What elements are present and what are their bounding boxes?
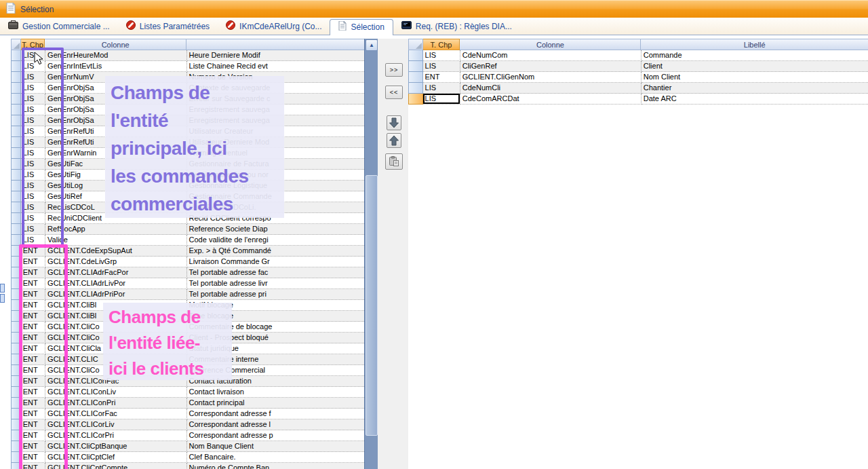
tchp-cell[interactable]: LIS bbox=[21, 115, 45, 126]
tchp-cell[interactable]: ENT bbox=[423, 72, 460, 83]
row-selector[interactable] bbox=[11, 365, 21, 376]
tchp-cell[interactable]: ENT bbox=[21, 246, 45, 257]
table-row[interactable]: ENT GCLIENT.CLIConPri Contact principal bbox=[11, 398, 364, 409]
table-row[interactable]: ENT GCLIENT.CLIAdrPriPor Tel portable ad… bbox=[11, 289, 364, 300]
libelle-cell[interactable]: Tel portable adresse livr bbox=[187, 278, 364, 289]
tchp-cell[interactable]: ENT bbox=[21, 354, 45, 365]
row-selector[interactable] bbox=[11, 213, 21, 224]
table-row[interactable]: LIS CdeNumCli Chantier bbox=[408, 83, 868, 94]
tchp-cell[interactable]: LIS bbox=[21, 148, 45, 159]
libelle-cell[interactable]: Chantier bbox=[642, 83, 868, 94]
tchp-cell[interactable]: ENT bbox=[21, 398, 45, 409]
libelle-cell[interactable]: Livraison Commande Gr bbox=[187, 257, 364, 267]
row-selector[interactable] bbox=[11, 343, 21, 354]
libelle-cell[interactable]: Type blocage bbox=[187, 311, 364, 322]
colonne-cell[interactable]: GenEnrObjSa bbox=[45, 105, 186, 115]
table-row[interactable]: LIS GesUtiFig Gestionnaire fige ou nor bbox=[11, 170, 364, 181]
add-all-button[interactable]: >> bbox=[385, 63, 403, 77]
column-header-libelle[interactable]: Libellé bbox=[641, 39, 868, 50]
table-row[interactable]: LIS GesUtiFac Gestionnaire de Factura bbox=[11, 159, 364, 170]
tchp-cell[interactable]: ENT bbox=[21, 409, 45, 419]
colonne-cell[interactable]: GCLIENT.CliCptClef bbox=[45, 452, 186, 463]
row-selector[interactable] bbox=[11, 202, 21, 213]
tchp-cell[interactable]: LIS bbox=[21, 191, 45, 202]
libelle-cell[interactable]: Utilisateur Createur bbox=[187, 126, 364, 137]
libelle-cell[interactable]: Contact principal bbox=[187, 398, 364, 409]
row-selector[interactable] bbox=[11, 463, 21, 469]
row-selector[interactable] bbox=[11, 452, 21, 463]
table-row[interactable]: LIS GenEnrObjSa Contexte de sauvegarde bbox=[11, 83, 364, 94]
tchp-cell[interactable]: ENT bbox=[21, 278, 45, 289]
table-row[interactable]: ENT GCLIENT.CLIAdrFacPor Tel portable ad… bbox=[11, 267, 364, 278]
table-row[interactable]: ENT GCLIENT.CliCptCompte Numéro de Compt… bbox=[11, 463, 364, 469]
colonne-cell[interactable]: GenEnrObjSa bbox=[45, 94, 186, 105]
libelle-cell[interactable]: Motif blocage bbox=[187, 300, 364, 311]
tchp-cell[interactable]: LIS bbox=[21, 94, 45, 105]
scrollbar-thumb[interactable] bbox=[366, 175, 378, 436]
table-row[interactable]: ENT GCLIENT.CLIConLiv Contact livraison bbox=[11, 387, 364, 398]
column-header-tchp[interactable]: T. Chp bbox=[21, 39, 45, 50]
colonne-cell[interactable]: GCLIENT.CLIC bbox=[45, 354, 186, 365]
tchp-cell[interactable]: ENT bbox=[21, 267, 45, 278]
table-row[interactable]: LIS GenEnrIntEvtLis Liste Chainee Recid … bbox=[11, 61, 364, 72]
row-selector[interactable] bbox=[11, 300, 21, 311]
remove-all-button[interactable]: << bbox=[385, 86, 403, 99]
colonne-cell[interactable]: CdeNumCom bbox=[460, 50, 642, 61]
colonne-cell[interactable]: GCLIENT.CLIConFac bbox=[45, 376, 186, 387]
tchp-cell[interactable]: LIS bbox=[21, 83, 45, 94]
table-row[interactable]: ENT GCLIENT.CdeExpSupAut Exp. > à Qté Co… bbox=[11, 246, 364, 257]
row-selector[interactable] bbox=[11, 50, 21, 61]
table-row[interactable]: ENT GCLIENT.CliCptBanque Nom Banque Clie… bbox=[11, 441, 364, 452]
select-all-corner[interactable] bbox=[11, 39, 21, 50]
column-header-libelle[interactable] bbox=[186, 39, 364, 50]
colonne-cell[interactable]: GesUtiFig bbox=[45, 170, 186, 181]
tab-selection[interactable]: Sélection bbox=[330, 19, 393, 35]
row-selector[interactable] bbox=[11, 115, 21, 126]
colonne-cell[interactable]: GesUtiFac bbox=[45, 159, 186, 170]
table-row[interactable]: LIS GenEnrRefUti Utilisateur Derniere Mo… bbox=[11, 137, 364, 148]
row-selector[interactable] bbox=[11, 441, 21, 452]
row-selector[interactable] bbox=[11, 419, 21, 430]
colonne-cell[interactable]: GenEnrRefUti bbox=[45, 126, 186, 137]
tchp-cell[interactable]: ENT bbox=[21, 311, 45, 322]
colonne-cell[interactable]: GCLIENT.CliBl bbox=[45, 300, 186, 311]
colonne-cell[interactable]: GCLIENT.CdeLivGrp bbox=[45, 257, 186, 267]
libelle-cell[interactable]: Exp. > à Qté Commandé bbox=[187, 246, 364, 257]
colonne-cell[interactable]: GenEnrRefUti bbox=[45, 137, 186, 148]
table-row[interactable]: LIS GenEnrRefUti Utilisateur Createur bbox=[11, 126, 364, 137]
row-selector[interactable] bbox=[408, 83, 423, 94]
row-selector[interactable] bbox=[11, 354, 21, 365]
colonne-cell[interactable]: CdeNumCli bbox=[460, 83, 642, 94]
table-row[interactable]: LIS GenEnrObjSa Erreur sur Sauvegarde c bbox=[11, 94, 364, 105]
colonne-cell[interactable]: GCLIENT.CLICorLiv bbox=[45, 419, 186, 430]
tchp-cell[interactable]: LIS bbox=[21, 170, 45, 181]
table-row[interactable]: LIS GenEnrObjSa Enregistrement sauvega bbox=[11, 115, 364, 126]
move-down-button[interactable] bbox=[387, 115, 401, 130]
libelle-cell[interactable]: Commentaire de blocage bbox=[187, 322, 364, 333]
scroll-up-button[interactable]: ▲ bbox=[366, 39, 378, 51]
table-row[interactable]: ENT GCLIENT.CliGenNom Nom Client bbox=[408, 72, 868, 83]
colonne-cell[interactable]: GCLIENT.CdeExpSupAut bbox=[45, 246, 186, 257]
libelle-cell[interactable]: Client bbox=[642, 61, 868, 72]
tchp-cell[interactable]: ENT bbox=[21, 376, 45, 387]
libelle-cell[interactable]: Client - Prospect bloqué bbox=[187, 333, 364, 343]
tchp-cell[interactable]: LIS bbox=[21, 126, 45, 137]
tchp-cell[interactable]: ENT bbox=[21, 322, 45, 333]
table-row[interactable]: ENT GCLIENT.CLIC Commentaire interne bbox=[11, 354, 364, 365]
row-selector[interactable] bbox=[11, 148, 21, 159]
row-selector[interactable] bbox=[11, 430, 21, 441]
libelle-cell[interactable]: Recid CDClient correspo bbox=[187, 213, 364, 224]
row-selector[interactable] bbox=[408, 72, 423, 83]
row-selector[interactable] bbox=[11, 94, 21, 105]
table-row[interactable]: LIS GesUtiLog Gestionnaire Logistique bbox=[11, 181, 364, 191]
colonne-cell[interactable]: GenEnrHeureMod bbox=[45, 50, 186, 61]
libelle-cell[interactable]: Commande bbox=[642, 50, 868, 61]
tchp-cell[interactable]: ENT bbox=[21, 257, 45, 267]
tchp-cell[interactable]: LIS bbox=[21, 137, 45, 148]
row-selector[interactable] bbox=[11, 105, 21, 115]
colonne-cell[interactable]: GCLIENT.CLIAdrFacPor bbox=[45, 267, 186, 278]
tchp-cell[interactable]: LIS bbox=[21, 72, 45, 83]
colonne-cell[interactable]: GCLIENT.CLIConLiv bbox=[45, 387, 186, 398]
row-selector[interactable] bbox=[11, 235, 21, 246]
table-row[interactable]: LIS GesUtiRef Gestionnaire Commande bbox=[11, 191, 364, 202]
